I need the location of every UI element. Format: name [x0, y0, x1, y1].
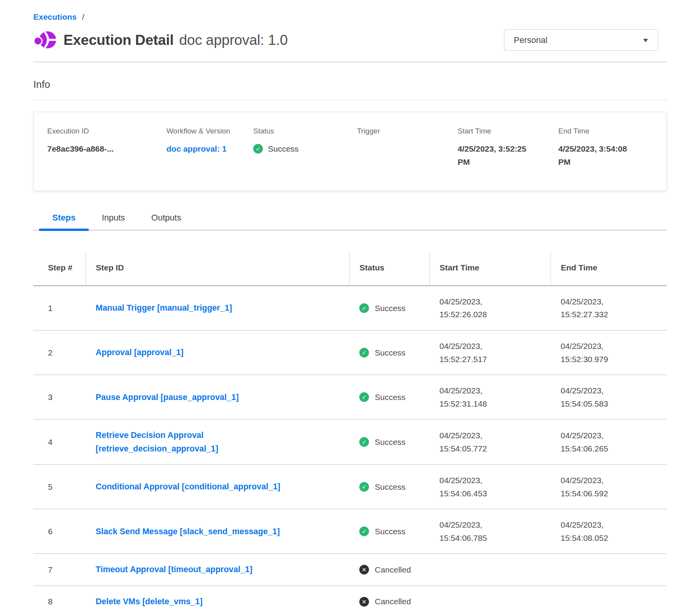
step-id-link[interactable]: Pause Approval [pause_approval_1]	[96, 391, 239, 404]
execution-detail-page: Executions / Execution Detail doc approv…	[0, 0, 700, 612]
status-text: Success	[375, 480, 405, 494]
header-divider	[33, 62, 667, 62]
status-cell: ✓ Success	[349, 509, 429, 554]
field-label: Start Time	[458, 127, 558, 135]
execution-info-card: Execution ID 7e8ac396-a868-... Workflow …	[33, 112, 667, 191]
step-id-cell: Manual Trigger [manual_trigger_1]	[86, 285, 349, 330]
end-time-cell: 04/25/2023, 15:52:27.332	[551, 285, 667, 330]
end-time-cell: 04/25/2023, 15:54:06.592	[551, 465, 667, 509]
table-row: 7 Timeout Approval [timeout_approval_1] …	[33, 554, 667, 585]
status-text: Success	[375, 436, 405, 449]
start-time-cell	[429, 554, 551, 585]
step-id-link[interactable]: Slack Send Message [slack_send_message_1…	[96, 525, 280, 538]
step-id-cell: Conditional Approval [conditional_approv…	[86, 465, 349, 509]
step-number-cell: 7	[33, 554, 86, 585]
tab-outputs[interactable]: Outputs	[138, 208, 194, 230]
cancelled-icon: ✕	[359, 597, 369, 607]
step-number-cell: 4	[33, 419, 86, 465]
status-text: Success	[375, 302, 405, 315]
success-icon: ✓	[359, 527, 369, 536]
workflow-brand-icon	[33, 30, 57, 51]
step-number-cell: 1	[33, 285, 86, 330]
step-id-link[interactable]: Retrieve Decision Approval [retrieve_dec…	[96, 429, 312, 455]
column-header-end-time: End Time	[551, 252, 667, 285]
info-field-start-time: Start Time 4/25/2023, 3:52:25 PM	[458, 127, 558, 168]
end-time-cell: 04/25/2023, 15:54:05.583	[551, 375, 667, 419]
step-number-cell: 5	[33, 465, 86, 509]
execution-status-text: Success	[268, 142, 299, 156]
info-field-workflow-version: Workflow & Version doc approval: 1	[166, 127, 253, 168]
step-number-cell: 2	[33, 330, 86, 375]
field-label: Workflow & Version	[166, 127, 253, 135]
end-time-cell	[551, 586, 667, 612]
step-id-link[interactable]: Manual Trigger [manual_trigger_1]	[96, 301, 232, 315]
success-icon: ✓	[359, 482, 369, 492]
table-row: 5 Conditional Approval [conditional_appr…	[33, 465, 667, 509]
detail-tabs: Steps Inputs Outputs	[33, 208, 667, 231]
success-icon: ✓	[359, 303, 369, 313]
info-field-execution-id: Execution ID 7e8ac396-a868-...	[47, 127, 166, 168]
column-header-step-id: Step ID	[86, 252, 349, 285]
start-time-cell: 04/25/2023, 15:54:06.785	[429, 509, 551, 554]
page-title: Execution Detail	[63, 32, 174, 48]
success-icon: ✓	[359, 348, 369, 357]
step-number-cell: 8	[33, 586, 86, 612]
start-time-cell: 04/25/2023, 15:52:26.028	[429, 285, 551, 330]
tab-steps[interactable]: Steps	[39, 208, 89, 230]
field-label: End Time	[558, 127, 666, 135]
info-section-title: Info	[33, 79, 667, 91]
status-text: Cancelled	[375, 595, 411, 608]
status-cell: ✓ Success	[349, 375, 429, 419]
end-time-cell: 04/25/2023, 15:54:08.052	[551, 509, 667, 554]
status-text: Cancelled	[375, 563, 411, 576]
start-time-value: 4/25/2023, 3:52:25 PM	[458, 142, 535, 168]
table-row: 6 Slack Send Message [slack_send_message…	[33, 509, 667, 554]
step-id-link[interactable]: Delete VMs [delete_vms_1]	[96, 595, 202, 608]
status-text: Success	[375, 346, 405, 359]
step-id-cell: Slack Send Message [slack_send_message_1…	[86, 509, 349, 554]
end-time-cell: 04/25/2023, 15:52:30.979	[551, 330, 667, 375]
workflow-version-link[interactable]: doc approval: 1	[166, 144, 226, 153]
table-row: 2 Approval [approval_1] ✓ Success 04/25/…	[33, 330, 667, 375]
start-time-cell: 04/25/2023, 15:52:31.148	[429, 375, 551, 419]
step-id-cell: Approval [approval_1]	[86, 330, 349, 375]
column-header-status: Status	[349, 252, 429, 285]
table-row: 3 Pause Approval [pause_approval_1] ✓ Su…	[33, 375, 667, 419]
field-label: Trigger	[357, 127, 458, 135]
step-number-cell: 6	[33, 509, 86, 554]
info-section-divider	[33, 100, 667, 100]
tab-inputs[interactable]: Inputs	[89, 208, 138, 230]
breadcrumb-executions-link[interactable]: Executions	[33, 12, 77, 22]
start-time-cell: 04/25/2023, 15:54:06.453	[429, 465, 551, 509]
start-time-cell: 04/25/2023, 15:54:05.772	[429, 419, 551, 465]
breadcrumb: Executions /	[33, 0, 667, 22]
step-id-link[interactable]: Conditional Approval [conditional_approv…	[96, 480, 280, 493]
step-id-link[interactable]: Timeout Approval [timeout_approval_1]	[96, 563, 252, 576]
step-id-cell: Timeout Approval [timeout_approval_1]	[86, 554, 349, 585]
success-icon: ✓	[359, 437, 369, 447]
table-row: 4 Retrieve Decision Approval [retrieve_d…	[33, 419, 667, 465]
info-field-status: Status ✓ Success	[253, 127, 357, 168]
status-cell: ✓ Success	[349, 419, 429, 465]
field-label: Status	[253, 127, 357, 135]
steps-table-header-row: Step # Step ID Status Start Time End Tim…	[33, 252, 667, 285]
info-field-trigger: Trigger	[357, 127, 458, 168]
table-row: 1 Manual Trigger [manual_trigger_1] ✓ Su…	[33, 285, 667, 330]
status-cell: ✕ Cancelled	[349, 586, 429, 612]
execution-id-value: 7e8ac396-a868-...	[47, 142, 166, 156]
steps-table-body: 1 Manual Trigger [manual_trigger_1] ✓ Su…	[33, 285, 667, 612]
cancelled-icon: ✕	[359, 565, 369, 574]
status-cell: ✓ Success	[349, 465, 429, 509]
step-id-cell: Delete VMs [delete_vms_1]	[86, 586, 349, 612]
workspace-selector-value: Personal	[514, 35, 547, 45]
breadcrumb-separator: /	[82, 12, 84, 22]
status-cell: ✕ Cancelled	[349, 554, 429, 585]
workspace-selector[interactable]: Personal ▼	[504, 29, 658, 51]
status-text: Success	[375, 525, 405, 538]
end-time-cell	[551, 554, 667, 585]
page-subtitle: doc approval: 1.0	[179, 32, 288, 48]
success-icon: ✓	[359, 392, 369, 402]
status-cell: ✓ Success	[349, 330, 429, 375]
step-id-link[interactable]: Approval [approval_1]	[96, 346, 184, 359]
success-icon: ✓	[253, 144, 263, 154]
